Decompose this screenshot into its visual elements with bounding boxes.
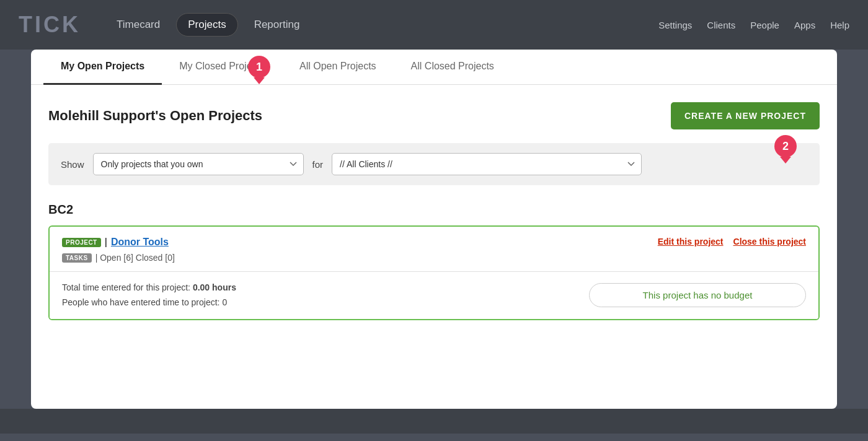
- nav-clients[interactable]: Clients: [707, 20, 735, 30]
- tab-all-open-projects[interactable]: All Open Projects: [282, 50, 394, 85]
- main-container: My Open Projects My Closed Projects All …: [31, 50, 837, 409]
- filter-for-label: for: [312, 159, 324, 170]
- footer-strip: [0, 409, 868, 434]
- filter-show-select[interactable]: Only projects that you own All projects: [93, 153, 304, 175]
- badge-project: PROJECT: [62, 238, 101, 247]
- filter-client-select[interactable]: // All Clients // BC2: [332, 153, 642, 175]
- create-project-button[interactable]: CREATE A NEW PROJECT: [671, 102, 820, 129]
- client-name: BC2: [48, 203, 820, 217]
- marker-2: 2: [774, 135, 797, 157]
- nav-settings[interactable]: Settings: [658, 20, 692, 30]
- nav-people[interactable]: People: [750, 20, 779, 30]
- nav-links: Timecard Projects Reporting: [105, 13, 658, 37]
- section-title: Molehill Support's Open Projects: [48, 108, 262, 124]
- project-name-link[interactable]: Donor Tools: [111, 237, 169, 248]
- close-project-link[interactable]: Close this project: [733, 237, 806, 247]
- tasks-status: | Open [6] Closed [0]: [95, 253, 175, 263]
- pipe-divider: |: [105, 237, 107, 248]
- tabs-row: My Open Projects My Closed Projects All …: [31, 50, 837, 85]
- tasks-badge-row: TASKS | Open [6] Closed [0]: [62, 253, 175, 263]
- app-logo: TICK: [19, 12, 81, 38]
- nav-timecard[interactable]: Timecard: [105, 14, 171, 36]
- total-time-value: 0.00 hours: [193, 282, 236, 292]
- content-area: Molehill Support's Open Projects CREATE …: [31, 85, 837, 347]
- marker-1: 1: [248, 56, 270, 78]
- edit-project-link[interactable]: Edit this project: [658, 237, 724, 247]
- nav-projects[interactable]: Projects: [176, 13, 237, 37]
- tab-my-open-projects[interactable]: My Open Projects: [43, 50, 162, 85]
- nav-apps[interactable]: Apps: [794, 20, 815, 30]
- filter-row: Show Only projects that you own All proj…: [48, 143, 820, 185]
- section-header: Molehill Support's Open Projects CREATE …: [48, 102, 820, 129]
- tab-all-closed-projects[interactable]: All Closed Projects: [394, 50, 512, 85]
- project-card-left: PROJECT | Donor Tools TASKS | Open [6] C…: [62, 237, 175, 263]
- time-info: Total time entered for this project: 0.0…: [62, 281, 236, 310]
- project-card-top: PROJECT | Donor Tools TASKS | Open [6] C…: [50, 227, 818, 272]
- project-actions: Edit this project Close this project: [658, 237, 806, 247]
- navbar: TICK Timecard Projects Reporting Setting…: [0, 0, 868, 50]
- total-time-line: Total time entered for this project: 0.0…: [62, 281, 236, 295]
- budget-pill: This project has no budget: [589, 283, 806, 307]
- nav-reporting[interactable]: Reporting: [243, 14, 311, 36]
- nav-help[interactable]: Help: [830, 20, 849, 30]
- navbar-right: Settings Clients People Apps Help: [658, 20, 849, 30]
- project-badge-row: PROJECT | Donor Tools: [62, 237, 175, 248]
- filter-show-label: Show: [61, 159, 84, 170]
- project-card-bottom: Total time entered for this project: 0.0…: [50, 272, 818, 319]
- badge-tasks: TASKS: [62, 253, 92, 263]
- people-value: 0: [222, 297, 227, 307]
- project-card: PROJECT | Donor Tools TASKS | Open [6] C…: [48, 225, 820, 320]
- people-time-line: People who have entered time to project:…: [62, 295, 236, 310]
